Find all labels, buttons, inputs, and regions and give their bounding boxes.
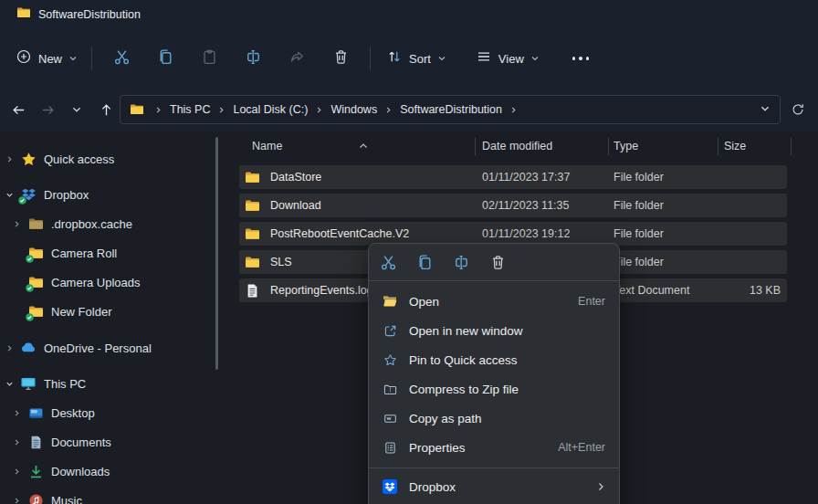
sidebar-item-label: Camera Uploads: [51, 276, 141, 289]
chevron-right-icon[interactable]: [9, 435, 24, 449]
onedrive-cloud-icon: [20, 340, 37, 356]
cut-button[interactable]: [377, 251, 399, 273]
sidebar-item-camera-uploads[interactable]: Camera Uploads: [0, 268, 233, 297]
menu-item-open[interactable]: Open Enter: [369, 287, 619, 316]
sidebar-item-this-pc[interactable]: This PC: [0, 369, 233, 398]
chevron-down-icon: [760, 103, 771, 114]
menu-item-compress-to-zip[interactable]: Compress to Zip file: [369, 374, 619, 404]
sidebar-item-dropbox[interactable]: Dropbox: [0, 180, 233, 209]
breadcrumb-this-pc[interactable]: This PC: [165, 100, 215, 119]
sidebar-item-camera-roll[interactable]: Camera Roll: [0, 238, 233, 268]
zip-folder-icon: [383, 382, 397, 396]
menu-item-open-in-new-window[interactable]: Open in new window: [369, 316, 619, 345]
arrow-up-icon: [99, 102, 114, 118]
toolbar-separator: [370, 47, 371, 70]
folder-icon: [245, 226, 260, 242]
column-divider[interactable]: [791, 138, 792, 155]
sort-button[interactable]: Sort: [378, 43, 455, 74]
copy-button[interactable]: [147, 43, 184, 74]
folder-synced-icon: [27, 274, 44, 290]
sidebar-item-label: Quick access: [44, 152, 114, 166]
delete-button[interactable]: [322, 43, 359, 74]
sidebar-scrollbar[interactable]: [215, 137, 218, 370]
chevron-down-icon[interactable]: [2, 376, 16, 391]
chevron-down-icon: [530, 50, 540, 67]
refresh-button[interactable]: [785, 97, 811, 122]
breadcrumb-chevron-icon[interactable]: [215, 106, 228, 114]
up-button[interactable]: [93, 97, 119, 122]
copy-icon: [157, 48, 174, 69]
breadcrumb-chevron-icon[interactable]: [382, 106, 395, 114]
menu-item-shortcut: Enter: [578, 295, 605, 308]
cut-button[interactable]: [103, 43, 140, 74]
rename-button[interactable]: [450, 251, 472, 273]
column-divider[interactable]: [608, 138, 609, 155]
address-field[interactable]: This PC Local Disk (C:) Windows Software…: [120, 95, 781, 124]
table-row[interactable]: DataStore 01/11/2023 17:37 File folder: [239, 165, 787, 189]
delete-button[interactable]: [487, 251, 509, 273]
column-header-size[interactable]: Size: [724, 140, 746, 152]
chevron-right-icon[interactable]: [9, 405, 24, 420]
rename-button[interactable]: [235, 43, 271, 74]
rename-icon: [245, 48, 262, 69]
breadcrumb-chevron-icon[interactable]: [507, 106, 520, 114]
navigation-pane: Quick access Dropbox .dropbox.cache Came…: [0, 131, 233, 504]
table-row[interactable]: Download 02/11/2023 11:35 File folder: [239, 194, 787, 217]
chevron-right-icon[interactable]: [2, 152, 16, 166]
delete-icon: [332, 48, 350, 69]
recent-locations-button[interactable]: [64, 97, 89, 122]
file-name: SLS: [270, 256, 292, 268]
see-more-button[interactable]: [562, 43, 599, 74]
sidebar-item-quick-access[interactable]: Quick access: [0, 144, 233, 173]
sidebar-item-music[interactable]: Music: [0, 486, 233, 504]
ellipsis-icon: [572, 57, 590, 60]
sidebar-item-desktop[interactable]: Desktop: [0, 398, 233, 427]
menu-item-copy-as-path[interactable]: Copy as path: [369, 404, 619, 433]
column-header-type[interactable]: Type: [614, 140, 638, 152]
column-divider[interactable]: [718, 138, 718, 155]
column-divider[interactable]: [475, 138, 476, 155]
sidebar-item-new-folder[interactable]: New Folder: [0, 297, 233, 326]
file-type: Text Document: [614, 284, 689, 297]
forward-button[interactable]: [35, 97, 60, 122]
paste-button[interactable]: [191, 43, 227, 74]
view-button[interactable]: View: [467, 43, 548, 74]
breadcrumb-chevron-icon[interactable]: [152, 106, 165, 114]
column-header-name[interactable]: Name: [252, 140, 282, 152]
copy-button[interactable]: [414, 251, 435, 273]
breadcrumb-windows[interactable]: Windows: [326, 100, 382, 119]
menu-item-label: Open: [409, 295, 439, 309]
music-icon: [27, 492, 44, 504]
menu-item-dropbox[interactable]: Dropbox: [369, 472, 619, 501]
chevron-down-icon[interactable]: [2, 187, 16, 202]
sort-ascending-icon: [359, 140, 368, 152]
back-button[interactable]: [5, 97, 31, 122]
delete-icon: [489, 254, 507, 271]
sidebar-item-documents[interactable]: Documents: [0, 427, 233, 457]
breadcrumb-software-distribution[interactable]: SoftwareDistribution: [395, 100, 507, 119]
breadcrumb-local-disk[interactable]: Local Disk (C:): [228, 100, 312, 119]
menu-item-pin-to-quick-access[interactable]: Pin to Quick access: [369, 345, 619, 374]
menu-item-properties[interactable]: Properties Alt+Enter: [369, 433, 619, 462]
sidebar-item-downloads[interactable]: Downloads: [0, 457, 233, 486]
chevron-right-icon[interactable]: [9, 464, 24, 478]
column-header-date-modified[interactable]: Date modified: [482, 140, 552, 152]
chevron-right-icon[interactable]: [2, 341, 16, 355]
view-button-label: View: [498, 52, 524, 66]
folder-synced-icon: [27, 303, 44, 320]
plus-circle-icon: [16, 48, 32, 68]
new-button[interactable]: New: [7, 43, 86, 74]
context-menu-quick-actions: [369, 244, 619, 280]
file-date: 01/11/2023 17:37: [482, 171, 570, 184]
sidebar-item-dropbox-cache[interactable]: .dropbox.cache: [0, 209, 233, 238]
share-button[interactable]: [278, 43, 315, 74]
sync-check-icon: [26, 284, 34, 292]
folder-synced-icon: [27, 245, 44, 261]
sidebar-item-onedrive[interactable]: OneDrive - Personal: [0, 333, 233, 362]
menu-item-label: Compress to Zip file: [409, 383, 519, 396]
chevron-right-icon[interactable]: [9, 493, 24, 504]
dropbox-icon: [383, 479, 397, 494]
chevron-right-icon[interactable]: [9, 216, 24, 231]
breadcrumb-chevron-icon[interactable]: [312, 106, 326, 114]
address-dropdown-button[interactable]: [760, 101, 771, 118]
